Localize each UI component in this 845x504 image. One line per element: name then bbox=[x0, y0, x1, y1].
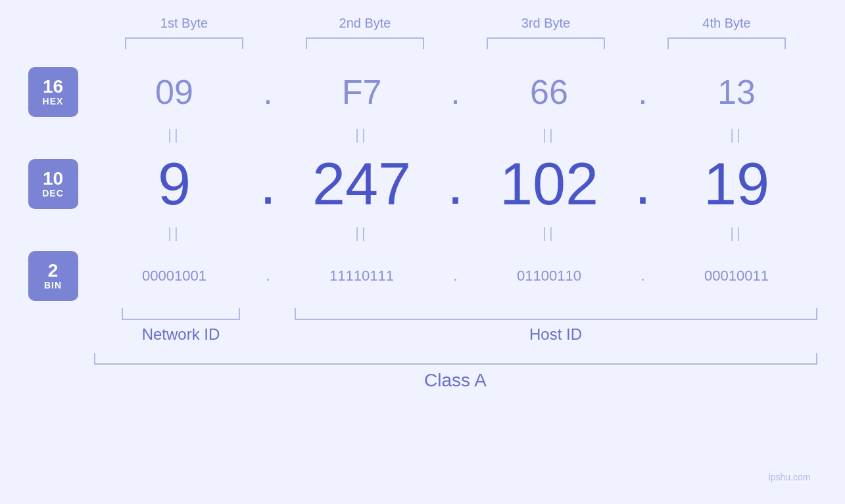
bin-row-wrapper: 2 BIN 00001001 . 11110111 . 01100110 . 0… bbox=[28, 246, 817, 306]
equals-2: || bbox=[281, 126, 443, 143]
equals-row-2: || || || || bbox=[28, 220, 817, 246]
host-bracket-wrap bbox=[295, 308, 817, 320]
equals-6: || bbox=[281, 225, 443, 242]
dec-dot-2: . bbox=[443, 150, 469, 218]
dec-value-3: 102 bbox=[469, 154, 630, 214]
equals-4: || bbox=[656, 126, 817, 143]
bin-value-1: 00001001 bbox=[94, 267, 255, 285]
top-bracket-row bbox=[28, 37, 817, 49]
top-bracket-2 bbox=[275, 37, 456, 49]
byte-header-3: 3rd Byte bbox=[456, 16, 637, 31]
dec-value-4: 19 bbox=[656, 154, 817, 214]
byte-header-2: 2nd Byte bbox=[275, 16, 456, 31]
hex-dot-2: . bbox=[443, 72, 469, 112]
bin-badge-label: BIN bbox=[44, 280, 62, 290]
dec-row-wrapper: 10 DEC 9 . 247 . 102 . 19 bbox=[28, 148, 817, 220]
dec-badge: 10 DEC bbox=[28, 159, 78, 209]
hex-badge: 16 HEX bbox=[28, 67, 78, 117]
byte-header-4: 4th Byte bbox=[637, 16, 817, 31]
class-bracket-row bbox=[28, 353, 817, 365]
top-bracket-1 bbox=[94, 37, 275, 49]
dec-badge-label: DEC bbox=[42, 188, 64, 198]
hex-value-3: 66 bbox=[469, 72, 630, 112]
bin-dot-1: . bbox=[255, 267, 281, 285]
dec-row: 10 DEC 9 . 247 . 102 . 19 bbox=[28, 148, 817, 220]
bottom-brackets bbox=[28, 308, 817, 320]
bin-value-4: 00010011 bbox=[656, 267, 817, 285]
bin-dot-3: . bbox=[630, 267, 656, 285]
main-container: 1st Byte 2nd Byte 3rd Byte 4th Byte 16 H… bbox=[28, 16, 817, 489]
label-dot-spacer bbox=[268, 325, 295, 344]
dec-badge-number: 10 bbox=[43, 170, 63, 188]
watermark: ipshu.com bbox=[769, 472, 811, 482]
hex-value-4: 13 bbox=[656, 72, 817, 112]
bin-value-2: 11110111 bbox=[281, 267, 443, 285]
equals-8: || bbox=[656, 225, 817, 242]
bin-badge-number: 2 bbox=[48, 262, 59, 280]
equals-row-1: || || || || bbox=[28, 122, 817, 148]
network-bracket-wrap bbox=[94, 308, 268, 320]
hex-row: 16 HEX 09 . F7 . 66 . 13 bbox=[28, 62, 817, 122]
dec-value-2: 247 bbox=[281, 154, 443, 214]
dec-dot-1: . bbox=[255, 150, 281, 218]
hex-value-1: 09 bbox=[94, 72, 255, 112]
network-id-label: Network ID bbox=[94, 325, 268, 344]
equals-1: || bbox=[94, 126, 255, 143]
equals-7: || bbox=[469, 225, 630, 242]
id-label-row: Network ID Host ID bbox=[28, 325, 817, 344]
dec-value-1: 9 bbox=[94, 154, 255, 214]
host-bracket bbox=[295, 308, 817, 320]
class-bracket bbox=[94, 353, 817, 365]
bin-dot-2: . bbox=[443, 267, 469, 285]
equals-5: || bbox=[94, 225, 255, 242]
dec-dot-3: . bbox=[630, 150, 656, 218]
header-row: 1st Byte 2nd Byte 3rd Byte 4th Byte bbox=[28, 16, 817, 31]
hex-value-2: F7 bbox=[281, 72, 443, 112]
class-label: Class A bbox=[424, 370, 487, 391]
bin-value-3: 01100110 bbox=[469, 267, 630, 285]
equals-3: || bbox=[469, 126, 630, 143]
bin-badge: 2 BIN bbox=[28, 251, 78, 301]
hex-row-wrapper: 16 HEX 09 . F7 . 66 . 13 bbox=[28, 62, 817, 122]
hex-badge-number: 16 bbox=[43, 78, 63, 96]
top-bracket-4 bbox=[637, 37, 817, 49]
network-bracket bbox=[122, 308, 240, 320]
class-label-row: Class A bbox=[28, 370, 817, 391]
hex-badge-label: HEX bbox=[43, 96, 64, 106]
bin-row: 2 BIN 00001001 . 11110111 . 01100110 . 0… bbox=[28, 246, 817, 306]
top-bracket-3 bbox=[456, 37, 637, 49]
host-id-label: Host ID bbox=[295, 325, 817, 344]
byte-header-1: 1st Byte bbox=[94, 16, 275, 31]
hex-dot-3: . bbox=[630, 72, 656, 112]
hex-dot-1: . bbox=[255, 72, 281, 112]
